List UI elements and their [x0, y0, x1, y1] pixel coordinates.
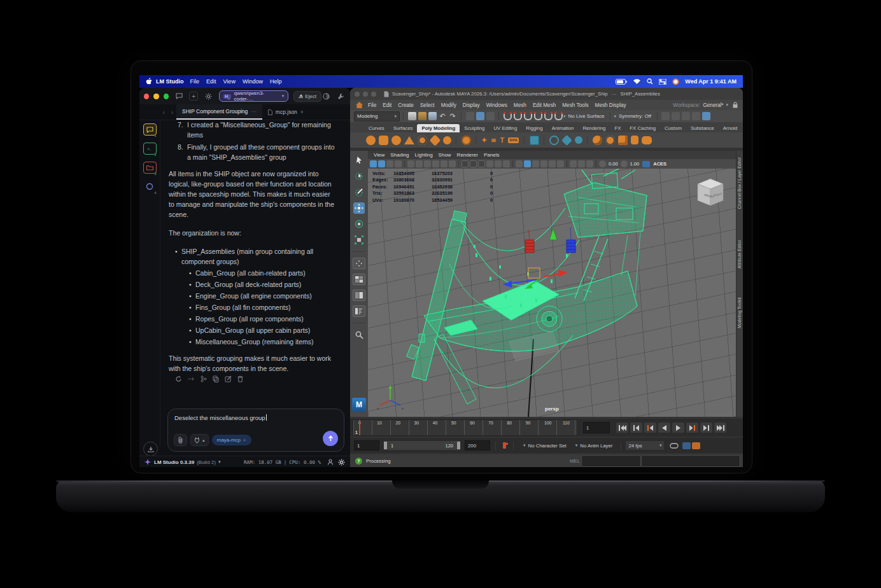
redo-icon[interactable]: ↷	[449, 112, 457, 120]
viewport-icon[interactable]	[486, 160, 493, 167]
copy-icon[interactable]	[213, 375, 219, 382]
snap-to-plane-icon[interactable]	[534, 114, 542, 120]
viewport-icon[interactable]	[540, 160, 547, 167]
live-surface-label[interactable]: No Live Surface	[568, 113, 605, 119]
branch-icon[interactable]	[201, 375, 207, 382]
timeline-ruler[interactable]: 0102030405060708090100110 1	[353, 419, 578, 436]
shelf-camera-icon[interactable]	[642, 136, 652, 144]
toolbar-icon[interactable]	[692, 112, 700, 120]
shelf-tab-custom[interactable]: Custom	[660, 124, 686, 132]
mel-result-field[interactable]	[642, 456, 739, 466]
new-scene-icon[interactable]	[408, 112, 416, 120]
plugin-selector-button[interactable]: ▴	[190, 434, 209, 446]
step-forward-key-button[interactable]	[686, 423, 698, 433]
panel-menu-renderer[interactable]: Renderer	[457, 152, 478, 158]
menubar-menu-view[interactable]: View	[223, 78, 236, 85]
menubar-menu-help[interactable]: Help	[270, 78, 282, 85]
viewport-icon[interactable]	[432, 160, 439, 167]
shelf-curve-icon[interactable]: ≋	[491, 137, 496, 144]
search-icon[interactable]	[647, 78, 653, 85]
shelf-tab-surfaces[interactable]: Surfaces	[389, 124, 418, 132]
app-version[interactable]: LM Studio 0.3.39	[154, 459, 194, 465]
exposure-value[interactable]: 0.00	[609, 161, 618, 167]
shelf-disc-icon[interactable]	[443, 136, 451, 144]
model-selector[interactable]: H_ qwen/qwen3-coder-… ▾	[219, 90, 288, 102]
mcp-plugin-badge[interactable]: maya-mcp ×	[212, 435, 251, 445]
panel-menu-shading[interactable]: Shading	[390, 152, 409, 158]
snap-to-surface-icon[interactable]	[544, 114, 553, 120]
viewport-canvas[interactable]: Verts:16854495163752030 Edges:3380366832…	[368, 169, 736, 417]
tab-close-icon[interactable]: ×	[300, 109, 304, 115]
symmetry-selector[interactable]: Symmetry: Off	[619, 113, 651, 119]
mute-icon[interactable]	[692, 442, 700, 449]
shelf-cone-icon[interactable]	[404, 136, 414, 144]
anim-layer-selector[interactable]: ▾No Anim Layer	[575, 443, 613, 449]
menubar-app-name[interactable]: LM Studio	[156, 78, 184, 85]
tab-attribute-editor[interactable]: Attribute Editor	[737, 240, 742, 269]
shelf-lights-icon[interactable]	[631, 136, 638, 144]
range-end-handle[interactable]	[457, 442, 460, 449]
shelf-text-icon[interactable]: T	[500, 136, 505, 144]
open-scene-icon[interactable]	[418, 112, 426, 120]
send-button[interactable]	[323, 431, 338, 446]
viewport-icon[interactable]	[395, 160, 402, 167]
viewport-icon[interactable]	[424, 160, 431, 167]
viewport-icon[interactable]	[416, 160, 423, 167]
nav-forward-icon[interactable]: ›	[168, 104, 176, 120]
user-icon[interactable]	[327, 459, 334, 465]
maya-menu-mesh[interactable]: Mesh	[514, 102, 526, 108]
zoom-window-button[interactable]	[164, 94, 169, 99]
toolbar-icon[interactable]	[682, 112, 690, 120]
new-chat-icon[interactable]	[174, 92, 183, 101]
shelf-platonic-icon[interactable]	[462, 136, 471, 145]
shelf-tab-rigging[interactable]: Rigging	[521, 124, 547, 132]
exposure-icon[interactable]	[599, 160, 606, 167]
maya-menu-edit-mesh[interactable]: Edit Mesh	[533, 102, 556, 108]
ship-wireframe-model[interactable]	[368, 169, 736, 417]
shelf-ik-icon[interactable]	[561, 135, 572, 146]
panel-menu-show[interactable]: Show	[439, 152, 451, 158]
sidebar-item-chat[interactable]: 1	[143, 123, 157, 136]
zoom-window-button[interactable]	[371, 92, 376, 97]
viewport-icon[interactable]	[532, 160, 539, 167]
play-forwards-button[interactable]	[672, 423, 684, 433]
play-backwards-button[interactable]	[658, 423, 670, 433]
home-icon[interactable]	[356, 102, 363, 108]
step-back-key-button[interactable]	[644, 423, 656, 433]
regenerate-icon[interactable]	[175, 375, 182, 382]
new-tab-button[interactable]: +	[189, 92, 198, 101]
anim-prefs-icon[interactable]	[682, 442, 691, 449]
chevron-down-icon[interactable]: ▾	[218, 459, 221, 465]
shelf-cube-icon[interactable]	[379, 136, 388, 145]
siri-icon[interactable]	[672, 78, 679, 85]
maya-menu-mesh-display[interactable]: Mesh Display	[595, 102, 626, 108]
go-to-end-button[interactable]	[714, 423, 726, 433]
make-live-icon[interactable]	[554, 114, 563, 120]
sidebar-item-discover[interactable]: 4	[143, 181, 157, 193]
viewport-icon[interactable]	[478, 160, 485, 167]
maya-menu-create[interactable]: Create	[398, 102, 414, 108]
gamma-icon[interactable]	[621, 160, 628, 167]
gamma-value[interactable]: 1.00	[630, 161, 640, 167]
shelf-tab-animation[interactable]: Animation	[547, 124, 579, 132]
maya-menu-windows[interactable]: Windows	[486, 102, 507, 108]
viewport-icon[interactable]	[578, 160, 585, 167]
shelf-tab-sculpting[interactable]: Sculpting	[460, 124, 489, 132]
attach-file-button[interactable]	[174, 434, 187, 446]
viewport-icon[interactable]	[570, 160, 577, 167]
set-key-icon[interactable]	[501, 442, 508, 449]
settings-gear-icon[interactable]	[338, 459, 345, 466]
character-set-selector[interactable]: ▾No Character Set	[523, 443, 567, 449]
shelf-svg-icon[interactable]: SVG	[508, 137, 519, 143]
save-scene-icon[interactable]	[428, 112, 437, 120]
step-back-frame-button[interactable]	[630, 423, 642, 433]
viewport-icon[interactable]	[516, 160, 523, 167]
viewport-icon[interactable]	[470, 160, 477, 167]
mel-command-input[interactable]	[582, 456, 640, 466]
viewport-icon[interactable]	[386, 160, 393, 167]
lock-icon[interactable]	[733, 102, 738, 108]
tab-modeling-toolkit[interactable]: Modeling Toolkit	[737, 297, 742, 328]
shelf-torus-icon[interactable]	[418, 136, 427, 145]
shelf-cylinder-icon[interactable]	[391, 136, 401, 145]
shelf-hypershade-icon[interactable]	[618, 136, 628, 145]
